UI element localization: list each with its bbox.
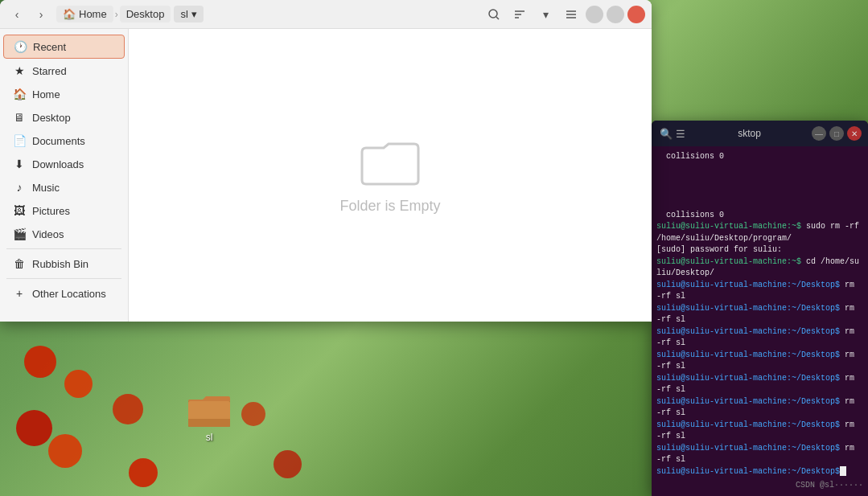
menu-button[interactable] (560, 3, 582, 26)
breadcrumb-current[interactable]: sl ▾ (174, 6, 203, 23)
rubbish-icon: 🗑 (13, 257, 26, 270)
terminal-menu-button[interactable]: ☰ (674, 126, 687, 141)
svg-rect-10 (188, 419, 230, 427)
terminal-content: collisions 0 collisions 0 suliu@suliu-vi… (652, 146, 868, 496)
terminal-line: suliu@suliu-virtual-machine:~/Desktop$ r… (656, 396, 863, 420)
folder-name-label: sl (206, 432, 213, 443)
terminal-line (656, 174, 863, 187)
view-sort-button[interactable] (508, 3, 531, 26)
sidebar-item-videos[interactable]: 🎬 Videos (3, 223, 125, 245)
file-manager-content: 🕐 Recent ★ Starred 🏠 Home 🖥 Desktop 📄 Do… (0, 29, 652, 322)
terminal-line: suliu@suliu-virtual-machine:~/Desktop$ r… (656, 420, 863, 443)
hamburger-icon (565, 8, 578, 21)
title-bar: ‹ › 🏠 Home › Desktop sl ▾ (0, 0, 652, 29)
sidebar-item-rubbish[interactable]: 🗑 Rubbish Bin (3, 252, 125, 275)
svg-line-1 (496, 17, 499, 19)
terminal-line: collisions 0 (656, 151, 863, 163)
nav-controls: ‹ › (6, 4, 51, 25)
terminal-line (656, 187, 863, 199)
back-button[interactable]: ‹ (6, 4, 27, 25)
music-icon: ♪ (13, 181, 26, 194)
sidebar-item-downloads[interactable]: ⬇ Downloads (3, 153, 125, 175)
terminal-line (656, 163, 863, 175)
terminal-line: suliu@suliu-virtual-machine:~/Desktop$ r… (656, 303, 863, 326)
view-options-button[interactable]: ▾ (534, 3, 557, 26)
empty-folder-indicator: Folder is Empty (339, 136, 440, 215)
window-controls: — □ ✕ (586, 6, 645, 23)
terminal-line: collisions 0 (656, 210, 863, 222)
terminal-line: [sudo] password for suliu: (656, 244, 863, 256)
sidebar-item-desktop[interactable]: 🖥 Desktop (3, 106, 125, 129)
sidebar-divider (6, 248, 121, 249)
terminal-line: suliu@suliu-virtual-machine:~/Desktop$ r… (656, 350, 863, 373)
maximize-button[interactable]: □ (607, 6, 624, 23)
sidebar-item-home[interactable]: 🏠 Home (3, 83, 125, 105)
terminal-title-bar: 🔍 ☰ sktop — □ ✕ (652, 121, 868, 146)
terminal-line: suliu@suliu-virtual-machine:~$ cd /home/… (656, 256, 863, 280)
minimize-button[interactable]: — (586, 6, 603, 23)
search-icon (487, 8, 500, 21)
terminal-title-text: sktop (687, 128, 812, 139)
sort-dropdown-icon: ▾ (543, 8, 549, 21)
sidebar-item-starred[interactable]: ★ Starred (3, 59, 125, 82)
sidebar-divider-2 (6, 278, 121, 279)
svg-point-0 (489, 10, 497, 18)
home-nav-icon: 🏠 (13, 88, 26, 100)
flower-decoration (274, 450, 302, 478)
file-manager-window: ‹ › 🏠 Home › Desktop sl ▾ (0, 0, 652, 322)
terminal-line: suliu@suliu-virtual-machine:~/Desktop$ r… (656, 326, 863, 350)
empty-folder-icon (358, 136, 422, 188)
terminal-minimize-button[interactable]: — (812, 126, 826, 141)
recent-icon: 🕐 (14, 40, 27, 53)
home-icon: 🏠 (63, 8, 76, 20)
terminal-close-button[interactable]: ✕ (847, 126, 862, 141)
terminal-line: suliu@suliu-virtual-machine:~/Desktop$ r… (656, 373, 863, 396)
dropdown-arrow-icon: ▾ (191, 8, 197, 20)
desktop-icon-nav: 🖥 (13, 111, 26, 124)
search-button[interactable] (483, 3, 505, 26)
downloads-icon: ⬇ (13, 158, 26, 170)
terminal-window-controls: — □ ✕ (812, 126, 862, 141)
terminal-cursor (840, 466, 846, 476)
flower-decoration (241, 402, 265, 426)
terminal-line: suliu@suliu-virtual-machine:~$ sudo rm -… (656, 221, 863, 244)
terminal-line: suliu@suliu-virtual-machine:~/Desktop$ (656, 466, 863, 478)
terminal-line (656, 198, 863, 210)
terminal-maximize-button[interactable]: □ (829, 126, 844, 141)
sidebar-item-documents[interactable]: 📄 Documents (3, 129, 125, 152)
desktop-folder-icon[interactable]: sl (177, 390, 241, 443)
videos-icon: 🎬 (13, 228, 26, 240)
terminal-line: suliu@suliu-virtual-machine:~/Desktop$ r… (656, 280, 863, 303)
forward-button[interactable]: › (31, 4, 51, 25)
terminal-watermark: CSDN @sl······ (796, 481, 863, 490)
terminal-search-button[interactable]: 🔍 (658, 126, 674, 141)
sort-icon (513, 8, 526, 21)
flower-decoration (129, 458, 158, 487)
folder-svg-icon (187, 390, 232, 428)
starred-icon: ★ (13, 64, 26, 77)
sidebar-item-other[interactable]: + Other Locations (3, 282, 125, 305)
breadcrumb: 🏠 Home › Desktop sl ▾ (56, 6, 204, 23)
other-locations-icon: + (13, 287, 26, 300)
empty-folder-text: Folder is Empty (339, 198, 440, 215)
flower-decoration (48, 434, 82, 468)
toolbar-right: ▾ (483, 3, 582, 26)
sidebar-item-pictures[interactable]: 🖼 Pictures (3, 199, 125, 222)
flower-decoration (64, 370, 93, 398)
main-content-area: Folder is Empty (129, 29, 652, 322)
flower-decoration (16, 410, 52, 446)
flower-decoration (113, 394, 143, 424)
breadcrumb-home[interactable]: 🏠 Home (56, 6, 113, 23)
flower-decoration (24, 346, 56, 378)
terminal-window: 🔍 ☰ sktop — □ ✕ collisions 0 collisions … (652, 121, 868, 496)
terminal-line: suliu@suliu-virtual-machine:~/Desktop$ r… (656, 443, 863, 466)
sidebar: 🕐 Recent ★ Starred 🏠 Home 🖥 Desktop 📄 Do… (0, 29, 129, 322)
sidebar-item-music[interactable]: ♪ Music (3, 176, 125, 199)
pictures-icon: 🖼 (13, 204, 26, 217)
sidebar-item-recent[interactable]: 🕐 Recent (3, 35, 125, 59)
close-button[interactable]: ✕ (627, 6, 645, 23)
breadcrumb-desktop[interactable]: Desktop (120, 6, 171, 23)
documents-icon: 📄 (13, 134, 26, 147)
breadcrumb-separator: › (115, 9, 118, 20)
